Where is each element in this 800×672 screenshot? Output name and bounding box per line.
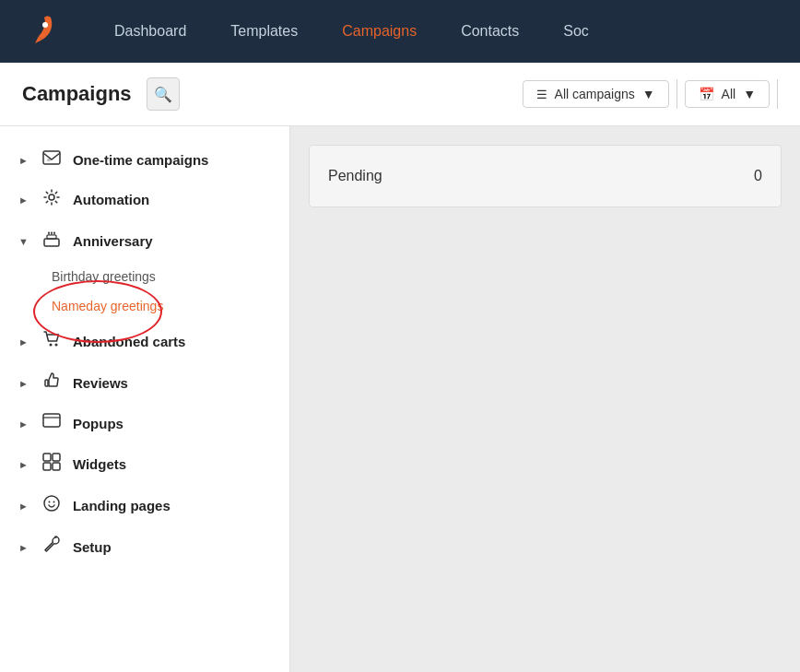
pending-row: Pending 0 xyxy=(328,164,762,188)
sidebar-item-abandoned-carts[interactable]: ► Abandoned carts xyxy=(0,321,289,362)
arrow-icon: ► xyxy=(18,155,29,166)
search-button[interactable]: 🔍 xyxy=(147,77,180,111)
cart-icon xyxy=(41,330,62,353)
svg-rect-21 xyxy=(53,463,60,470)
header-divider-2 xyxy=(777,79,778,109)
smiley-icon xyxy=(41,494,62,517)
page-header: Campaigns 🔍 ☰ All campaigns ▼ 📅 All ▼ xyxy=(0,63,800,126)
sidebar-item-landing-pages[interactable]: ► Landing pages xyxy=(0,485,289,526)
sidebar-item-automation-label: Automation xyxy=(73,192,149,207)
svg-rect-15 xyxy=(45,380,48,386)
sidebar-item-setup[interactable]: ► Setup xyxy=(0,526,289,568)
svg-point-22 xyxy=(44,496,59,511)
wrench-icon xyxy=(41,536,62,559)
sidebar-item-widgets[interactable]: ► Widgets xyxy=(0,443,289,485)
arrow-icon: ► xyxy=(18,336,29,348)
sidebar: ► One-time campaigns ► Automation ▼ xyxy=(0,126,290,672)
arrow-icon: ► xyxy=(18,419,29,430)
svg-point-4 xyxy=(49,195,54,200)
header-filters: ☰ All campaigns ▼ 📅 All ▼ xyxy=(523,79,778,109)
svg-point-10 xyxy=(48,232,50,234)
sidebar-item-one-time[interactable]: ► One-time campaigns xyxy=(0,141,289,179)
top-navigation: Dashboard Templates Campaigns Contacts S… xyxy=(0,0,800,63)
main-content: Pending 0 xyxy=(290,126,800,672)
sidebar-item-setup-label: Setup xyxy=(73,539,112,555)
svg-point-1 xyxy=(42,22,48,28)
svg-rect-5 xyxy=(44,239,59,246)
sidebar-item-reviews-label: Reviews xyxy=(73,375,128,391)
arrow-icon: ► xyxy=(18,195,29,206)
sidebar-item-popups-label: Popups xyxy=(73,416,124,431)
filter-icon: ☰ xyxy=(536,88,547,101)
nav-dashboard[interactable]: Dashboard xyxy=(92,0,208,63)
thumb-icon xyxy=(41,371,62,395)
sidebar-item-automation[interactable]: ► Automation xyxy=(0,179,289,220)
anniversary-sub-items: Birthday greetings Nameday greetings xyxy=(0,262,289,321)
pending-label: Pending xyxy=(328,168,382,184)
sidebar-sub-birthday[interactable]: Birthday greetings xyxy=(52,262,289,291)
envelope-icon xyxy=(41,150,62,170)
sidebar-item-one-time-label: One-time campaigns xyxy=(73,152,209,168)
header-divider xyxy=(676,79,677,109)
svg-rect-3 xyxy=(47,159,51,161)
sidebar-item-anniversary-label: Anniversary xyxy=(73,233,153,249)
svg-rect-19 xyxy=(53,454,60,461)
arrow-icon: ► xyxy=(18,542,29,553)
popup-icon xyxy=(41,413,62,434)
svg-point-23 xyxy=(48,501,50,503)
nameday-wrapper: Nameday greetings xyxy=(52,291,289,321)
nav-soc[interactable]: Soc xyxy=(541,0,611,63)
content-card: Pending 0 xyxy=(309,145,782,207)
svg-point-24 xyxy=(53,501,54,503)
cake-icon xyxy=(41,230,62,253)
pending-count: 0 xyxy=(754,168,762,184)
nav-campaigns[interactable]: Campaigns xyxy=(320,0,439,63)
all-campaigns-filter[interactable]: ☰ All campaigns ▼ xyxy=(523,80,669,108)
sidebar-sub-nameday[interactable]: Nameday greetings xyxy=(52,291,289,321)
arrow-icon: ► xyxy=(18,501,29,512)
nav-links: Dashboard Templates Campaigns Contacts S… xyxy=(92,0,782,63)
arrow-icon: ► xyxy=(18,378,29,389)
sidebar-item-widgets-label: Widgets xyxy=(73,456,126,472)
svg-rect-2 xyxy=(43,151,60,164)
svg-point-12 xyxy=(53,232,55,234)
sidebar-item-abandoned-carts-label: Abandoned carts xyxy=(73,334,186,349)
nav-contacts[interactable]: Contacts xyxy=(439,0,541,63)
sidebar-item-popups[interactable]: ► Popups xyxy=(0,404,289,443)
svg-rect-18 xyxy=(43,454,51,461)
widget-icon xyxy=(41,453,62,476)
arrow-icon: ► xyxy=(18,459,29,470)
nav-templates[interactable]: Templates xyxy=(208,0,320,63)
svg-point-0 xyxy=(21,11,62,52)
sidebar-item-anniversary[interactable]: ▼ Anniversary xyxy=(0,220,289,262)
sidebar-item-reviews[interactable]: ► Reviews xyxy=(0,362,289,404)
svg-point-14 xyxy=(54,344,57,347)
logo[interactable] xyxy=(18,8,65,54)
gear-icon xyxy=(41,188,62,211)
calendar-icon: 📅 xyxy=(699,87,714,101)
chevron-down-icon: ▼ xyxy=(642,87,655,101)
sidebar-item-landing-pages-label: Landing pages xyxy=(73,498,171,513)
svg-rect-20 xyxy=(43,463,51,470)
svg-rect-16 xyxy=(43,414,60,427)
search-icon: 🔍 xyxy=(154,86,172,103)
svg-point-11 xyxy=(51,232,53,234)
arrow-down-icon: ▼ xyxy=(18,236,29,247)
date-filter[interactable]: 📅 All ▼ xyxy=(685,80,770,108)
all-campaigns-label: All campaigns xyxy=(555,87,635,101)
svg-point-13 xyxy=(49,344,52,347)
page-title: Campaigns xyxy=(22,82,132,106)
date-filter-label: All xyxy=(722,87,736,101)
main-layout: ► One-time campaigns ► Automation ▼ xyxy=(0,126,800,672)
chevron-down-icon-2: ▼ xyxy=(743,87,756,101)
